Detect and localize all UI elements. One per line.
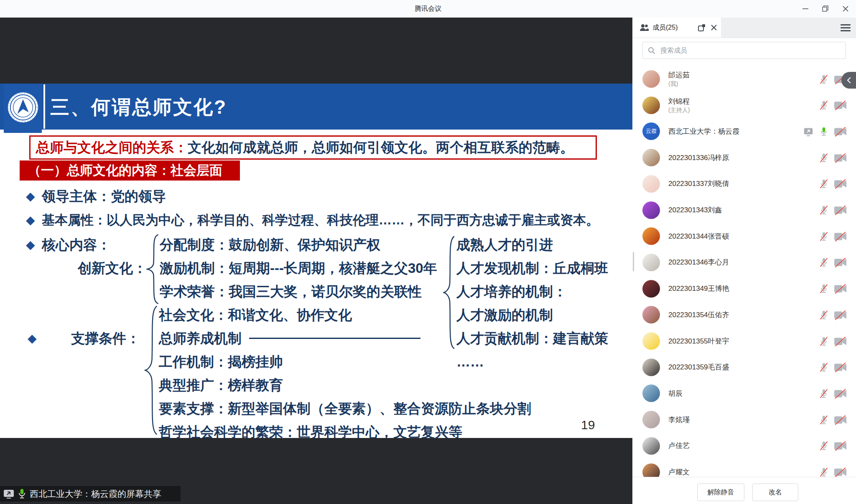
member-row[interactable]: 云霞 西北工业大学：杨云霞 <box>632 118 856 145</box>
bullet-diamond-icon: ◆ <box>26 212 35 229</box>
member-row[interactable]: 2022301346李心月 <box>632 249 856 276</box>
section-heading: （一）总师文化的内容：社会层面 <box>20 162 222 179</box>
tree-line: …… <box>456 353 484 371</box>
mic-muted-icon[interactable] <box>818 336 830 347</box>
mic-muted-icon[interactable] <box>818 440 830 452</box>
avatar <box>642 437 660 455</box>
member-row[interactable]: 2022301337刘晓倩 <box>632 171 856 197</box>
member-list[interactable]: 邰运茹 (我) <box>632 59 856 477</box>
member-row[interactable]: 2022301344张晋硕 <box>632 223 856 249</box>
camera-off-icon[interactable] <box>833 415 847 425</box>
tree-line: 激励机制：短周期---长周期，核潜艇之父30年 <box>160 260 437 277</box>
bullet-diamond-icon: ◆ <box>26 237 35 253</box>
mic-muted-icon[interactable] <box>818 309 830 321</box>
camera-off-icon[interactable] <box>833 362 847 373</box>
tree-line: 学术荣誉：我国三大奖，诺贝尔奖的关联性 <box>160 283 422 300</box>
panel-menu-button[interactable] <box>841 23 851 32</box>
mic-muted-icon[interactable] <box>818 74 830 85</box>
member-row[interactable]: 2022301359毛百盛 <box>632 354 856 381</box>
member-name: 2022301344张晋硕 <box>668 232 729 241</box>
mic-muted-icon[interactable] <box>818 152 830 164</box>
chevron-left-icon <box>846 77 851 84</box>
camera-off-icon[interactable] <box>833 467 847 477</box>
avatar <box>642 70 660 88</box>
minimize-icon <box>802 5 809 13</box>
camera-off-icon[interactable] <box>833 336 847 347</box>
mic-muted-icon[interactable] <box>818 466 830 477</box>
mic-muted-icon[interactable] <box>818 388 830 400</box>
tree-line: 典型推广：榜样教育 <box>159 377 283 394</box>
avatar <box>642 227 660 245</box>
mic-muted-icon[interactable] <box>818 204 830 216</box>
window-titlebar: 腾讯会议 <box>0 0 856 18</box>
avatar: 云霞 <box>642 122 660 140</box>
member-row[interactable]: 2022301354伍佑齐 <box>632 302 856 328</box>
camera-off-icon[interactable] <box>833 231 847 242</box>
close-panel-button[interactable] <box>709 23 718 32</box>
member-row[interactable]: 邰运茹 (我) <box>632 66 856 92</box>
camera-off-icon[interactable] <box>833 178 847 189</box>
camera-off-icon[interactable] <box>833 257 847 268</box>
member-name: 2022301337刘晓倩 <box>668 179 729 188</box>
mic-muted-icon[interactable] <box>818 178 830 190</box>
search-input[interactable] <box>660 46 846 55</box>
innovation-culture-label: 创新文化： <box>78 260 147 277</box>
banner-separator <box>43 84 45 129</box>
member-row[interactable]: 卢佳艺 <box>632 433 856 459</box>
restore-button[interactable] <box>818 2 833 16</box>
member-row[interactable]: 刘锦程 (主持人) <box>632 92 856 119</box>
member-search-box[interactable] <box>642 42 846 59</box>
camera-off-icon[interactable] <box>833 100 847 111</box>
camera-off-icon[interactable] <box>833 153 847 163</box>
rename-button[interactable]: 改名 <box>752 484 798 501</box>
mic-muted-icon[interactable] <box>818 361 830 373</box>
window-title: 腾讯会议 <box>415 5 441 13</box>
relation-label: 总师与文化之间的关系： <box>36 140 188 155</box>
camera-off-icon[interactable] <box>833 205 847 216</box>
avatar <box>642 411 660 428</box>
tree-line: 人才贡献机制：建言献策 <box>456 330 608 347</box>
member-row[interactable]: 2022301343刘鑫 <box>632 197 856 224</box>
slide-page-number: 19 <box>581 418 595 432</box>
member-row[interactable]: 2022301336冯梓原 <box>632 145 856 171</box>
camera-off-icon[interactable] <box>833 388 847 399</box>
member-row[interactable]: 胡辰 <box>632 380 856 407</box>
collapse-panel-button[interactable] <box>841 72 856 89</box>
mic-muted-icon[interactable] <box>818 414 830 426</box>
mic-muted-icon[interactable] <box>818 283 830 295</box>
member-row[interactable]: 2022301355叶登宇 <box>632 328 856 354</box>
tree-line: 要素支撑：新型举国体制（全要素）、整合资源防止条块分割 <box>159 400 531 417</box>
avatar <box>642 359 660 376</box>
popout-panel-button[interactable] <box>697 23 706 32</box>
university-logo-box <box>4 84 42 133</box>
mic-muted-icon[interactable] <box>818 231 830 242</box>
brace-talent <box>441 234 456 351</box>
scrollbar-thumb[interactable] <box>633 252 634 271</box>
mic-muted-icon[interactable] <box>818 99 830 111</box>
member-row[interactable]: 2022301349王博艳 <box>632 276 856 302</box>
shared-screen-area: 三、何谓总师文化? 总师与文化之间的关系：文化如何成就总师，总师如何引领文化。两… <box>0 18 632 504</box>
member-name: 卢佳艺 <box>668 441 690 451</box>
mic-muted-icon[interactable] <box>818 257 830 268</box>
camera-off-icon[interactable] <box>833 126 847 137</box>
member-name: 2022301354伍佑齐 <box>668 311 729 320</box>
avatar <box>642 332 660 350</box>
unmute-button[interactable]: 解除静音 <box>697 484 744 501</box>
member-row[interactable]: 卢耀文 <box>632 459 856 477</box>
close-window-button[interactable] <box>838 2 853 16</box>
close-icon <box>711 24 717 31</box>
bullet-line: 领导主体：党的领导 <box>42 188 166 205</box>
member-role: (主持人) <box>668 106 690 114</box>
mic-on-icon[interactable] <box>818 126 830 137</box>
tab-members[interactable]: 成员(25) <box>632 18 721 38</box>
section-heading-box: （一）总师文化的内容：社会层面 <box>20 160 240 181</box>
camera-off-icon[interactable] <box>833 283 847 294</box>
member-name: 西北工业大学：杨云霞 <box>668 127 739 136</box>
minimize-button[interactable] <box>798 2 813 16</box>
tree-line: 人才激励的机制 <box>456 306 553 324</box>
camera-off-icon[interactable] <box>833 310 847 321</box>
member-name: 刘锦程 <box>668 97 690 106</box>
camera-off-icon[interactable] <box>833 440 847 451</box>
member-name: 邰运茹 <box>668 71 690 80</box>
member-row[interactable]: 李炫瑾 <box>632 407 856 433</box>
